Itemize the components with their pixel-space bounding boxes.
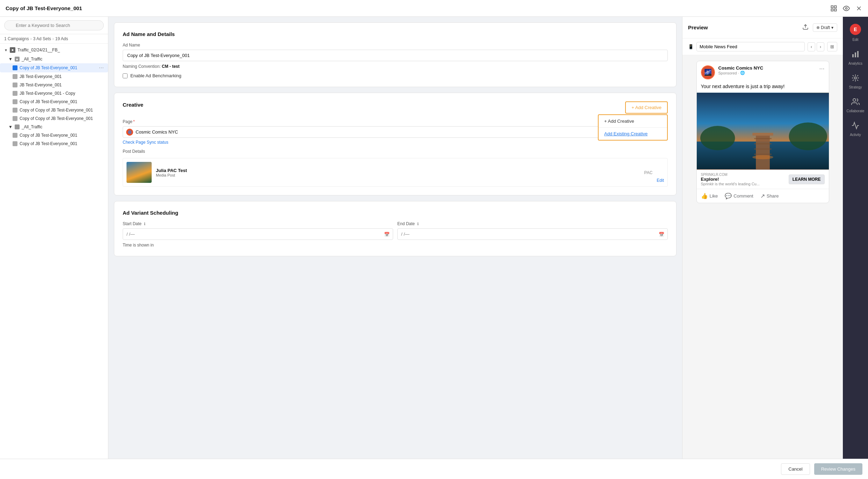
upload-button[interactable] bbox=[801, 22, 810, 33]
adset-name: _All_Traffic bbox=[22, 57, 42, 62]
ad-item-7[interactable]: Copy of JB Test-Everyone_001 bbox=[0, 131, 108, 140]
eye-icon[interactable] bbox=[843, 5, 850, 12]
rail-item-strategy[interactable]: Strategy bbox=[843, 70, 868, 93]
add-existing-creative-item[interactable]: Add Existing Creative bbox=[599, 128, 667, 140]
ad-item-1[interactable]: JB Test-Everyone_001 bbox=[0, 72, 108, 81]
ad-icon-3 bbox=[13, 91, 17, 96]
post-thumb-image bbox=[126, 162, 152, 183]
add-creative-button[interactable]: + Add Creative bbox=[625, 101, 668, 114]
page-select[interactable]: Cosmic Comics NYC bbox=[123, 126, 668, 138]
post-thumbnail bbox=[126, 162, 152, 183]
ad-item-5[interactable]: Copy of Copy of JB Test-Everyone_001 bbox=[0, 106, 108, 114]
calendar-icon-start[interactable]: 📅 bbox=[384, 231, 390, 237]
post-details-row: Julia PAC Test Media Post PAC Edit bbox=[123, 158, 668, 187]
start-date-input[interactable] bbox=[123, 228, 393, 240]
svg-rect-10 bbox=[756, 135, 770, 169]
scheduling-card: Ad Variant Scheduling Start Date ℹ 📅 End… bbox=[114, 201, 677, 256]
ad-item-3[interactable]: JB Test-Everyone_001 - Copy bbox=[0, 89, 108, 98]
device-select[interactable]: Mobile News Feed bbox=[696, 42, 805, 51]
activity-icon bbox=[851, 121, 860, 131]
ad-icon-6 bbox=[13, 116, 17, 121]
search-input[interactable] bbox=[4, 20, 104, 30]
avatar: 🌌 bbox=[701, 65, 715, 79]
campaign-icon: ■ bbox=[10, 47, 15, 53]
rail-item-analytics[interactable]: Analytics bbox=[843, 46, 868, 70]
calendar-icon-end[interactable]: 📅 bbox=[659, 231, 664, 237]
ad-name-8: Copy of JB Test-Everyone_001 bbox=[20, 141, 77, 146]
end-date-input[interactable] bbox=[397, 228, 668, 240]
cancel-button[interactable]: Cancel bbox=[781, 463, 810, 475]
creative-card: Creative + Add Creative + Add Creative A… bbox=[114, 93, 677, 195]
post-title: Julia PAC Test bbox=[156, 168, 640, 173]
ad-item-4[interactable]: Copy of JB Test-Everyone_001 bbox=[0, 98, 108, 106]
add-creative-menu-item[interactable]: + Add Creative bbox=[599, 115, 667, 128]
fb-post-text: Your next adventure is just a trip away! bbox=[697, 84, 829, 93]
ad-name-4: Copy of JB Test-Everyone_001 bbox=[20, 99, 77, 104]
adset-item-2[interactable]: ▼ _All_Traffic bbox=[0, 123, 108, 131]
campaign-item[interactable]: ▼ ■ Traffic_02/24/21__FB_ bbox=[0, 45, 108, 55]
post-info: Julia PAC Test Media Post bbox=[156, 168, 640, 177]
ad-icon-2 bbox=[13, 83, 17, 87]
fb-cta-desc: Sprinklr is the world's leading Cu... bbox=[701, 182, 786, 186]
device-bar: 📱 Mobile News Feed ‹ › ⊞ bbox=[682, 38, 843, 55]
benchmarking-row: Enable Ad Benchmarking bbox=[123, 73, 668, 78]
preview-panel: Preview Draft ▾ 📱 Mobile N bbox=[682, 17, 843, 459]
avatar-image: 🌌 bbox=[702, 65, 714, 79]
start-date-group: Start Date ℹ 📅 bbox=[123, 221, 393, 240]
ad-item-6[interactable]: Copy of Copy of JB Test-Everyone_001 bbox=[0, 114, 108, 123]
rail-item-collaborate[interactable]: Collaborate bbox=[843, 93, 868, 117]
ad-item-active[interactable]: Copy of JB Test-Everyone_001 ⋯ bbox=[0, 63, 108, 72]
check-sync-link[interactable]: Check Page Sync status bbox=[123, 140, 668, 145]
analytics-label: Analytics bbox=[848, 62, 862, 65]
adset-arrow: ▼ bbox=[8, 57, 13, 62]
adset-item[interactable]: ▼ ■ _All_Traffic bbox=[0, 55, 108, 63]
prev-button[interactable]: ‹ bbox=[808, 42, 815, 51]
draft-label: Draft bbox=[821, 25, 830, 30]
ad-name-input[interactable] bbox=[123, 50, 668, 61]
comment-button[interactable]: 💬 Comment bbox=[725, 193, 753, 199]
ad-item-2[interactable]: JB Test-Everyone_001 bbox=[0, 81, 108, 89]
ad-icon-1 bbox=[13, 74, 17, 79]
ad-name-3: JB Test-Everyone_001 - Copy bbox=[20, 91, 75, 96]
fb-post-header: 🌌 Cosmic Comics NYC Sponsored · 🌐 ··· bbox=[697, 61, 829, 84]
learn-more-button[interactable]: LEARN MORE bbox=[789, 174, 825, 184]
more-options-button[interactable]: ⋯ bbox=[99, 65, 104, 71]
ad-name-7: Copy of JB Test-Everyone_001 bbox=[20, 133, 77, 138]
close-icon[interactable] bbox=[855, 5, 862, 12]
svg-rect-13 bbox=[754, 143, 772, 144]
svg-rect-21 bbox=[857, 51, 859, 57]
fb-cta-title: Explore! bbox=[701, 177, 786, 182]
ad-icon-7 bbox=[13, 133, 17, 138]
ad-icon-5 bbox=[13, 108, 17, 113]
fb-domain: SPRINKLR.COM bbox=[701, 173, 786, 177]
rail-item-activity[interactable]: Activity bbox=[843, 117, 868, 141]
next-button[interactable]: › bbox=[817, 42, 824, 51]
more-icon[interactable]: ··· bbox=[819, 65, 824, 72]
left-sidebar: 🔍 1 Campaigns › 3 Ad Sets › 19 Ads ▼ ■ T… bbox=[0, 17, 108, 459]
like-button[interactable]: 👍 Like bbox=[701, 193, 718, 199]
review-changes-button[interactable]: Review Changes bbox=[814, 463, 862, 475]
expand-button[interactable]: ⊞ bbox=[827, 42, 837, 51]
share-button[interactable]: ↗ Share bbox=[760, 193, 779, 199]
benchmarking-checkbox[interactable] bbox=[123, 73, 128, 78]
preview-title: Preview bbox=[688, 24, 708, 30]
campaign-tree: ▼ ■ Traffic_02/24/21__FB_ ▼ ■ _All_Traff… bbox=[0, 44, 108, 459]
draft-badge[interactable]: Draft ▾ bbox=[813, 23, 837, 32]
strategy-icon bbox=[851, 74, 860, 84]
ads-count: 19 Ads bbox=[55, 36, 68, 41]
adset-arrow-2: ▼ bbox=[8, 124, 13, 129]
adset-icon-2 bbox=[15, 124, 20, 129]
start-date-label: Start Date ℹ bbox=[123, 221, 393, 226]
svg-point-17 bbox=[700, 126, 735, 150]
post-image-svg bbox=[697, 93, 829, 170]
ad-name-label: Ad Name bbox=[123, 43, 668, 48]
scheduling-title: Ad Variant Scheduling bbox=[123, 210, 668, 216]
layout-icon[interactable] bbox=[830, 5, 837, 12]
post-details-label: Post Details bbox=[123, 149, 668, 154]
share-icon: ↗ bbox=[760, 193, 765, 199]
campaigns-count: 1 Campaigns bbox=[4, 36, 29, 41]
rail-item-edit[interactable]: E Edit bbox=[843, 20, 868, 46]
campaign-name: Traffic_02/24/21__FB_ bbox=[17, 48, 60, 52]
post-edit-button[interactable]: Edit bbox=[657, 178, 664, 183]
ad-item-8[interactable]: Copy of JB Test-Everyone_001 bbox=[0, 140, 108, 148]
